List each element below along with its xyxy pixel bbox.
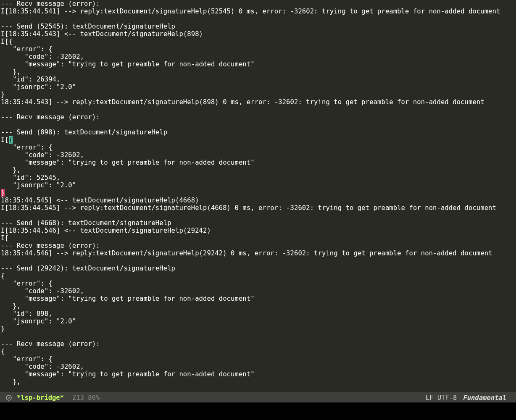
line-position: 213 80% xyxy=(72,394,100,402)
text-buffer[interactable]: --- Recv message (error): I[18:35:44.541… xyxy=(0,0,516,420)
mode-line[interactable]: *lsp-bridge* 213 80% LF UTF-8 Fundamenta… xyxy=(0,392,516,403)
major-mode-indicator[interactable]: Fundamental xyxy=(463,394,506,402)
cursor: { xyxy=(9,136,13,144)
log-text-mid: "error": { "code": -32602, "message": "t… xyxy=(1,144,255,189)
matching-brace: } xyxy=(1,189,5,197)
buffer-state-icon xyxy=(5,394,13,402)
editor-frame: --- Recv message (error): I[18:35:44.541… xyxy=(0,0,516,420)
log-text-after: 18:35:44.545] <-- textDocument/signature… xyxy=(1,197,496,386)
mode-line-left: *lsp-bridge* 213 80% xyxy=(0,394,100,402)
minibuffer[interactable] xyxy=(0,402,516,420)
mode-line-right: LF UTF-8 Fundamental xyxy=(426,394,516,402)
encoding-indicator[interactable]: LF UTF-8 xyxy=(426,394,457,402)
log-text-before: --- Recv message (error): I[18:35:44.541… xyxy=(1,0,500,144)
buffer-name[interactable]: *lsp-bridge* xyxy=(17,394,64,402)
